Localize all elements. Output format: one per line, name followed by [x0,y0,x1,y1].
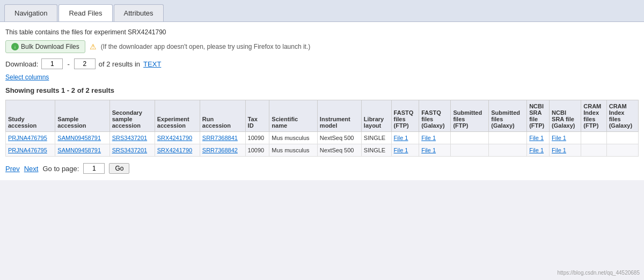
table-header-row: Studyaccession Sampleaccession Secondary… [6,100,639,132]
results-summary: Showing results 1 - 2 of 2 results [5,86,639,94]
table-cell-link[interactable]: PRJNA476795 [8,135,47,141]
select-columns-link[interactable]: Select columns [5,73,49,81]
table-row: PRJNA476795SAMN09458791SRS3437201SRX4241… [6,144,639,157]
col-header-fastq-galaxy: FASTQfiles(Galaxy) [419,100,451,132]
download-format-link[interactable]: TEXT [143,60,161,68]
table-cell-link[interactable]: SRX4241790 [157,147,192,153]
col-header-submitted-ftp: Submittedfiles(FTP) [451,100,489,132]
tab-read-files[interactable]: Read Files [58,4,112,21]
page-input[interactable] [83,163,105,174]
table-cell-link[interactable]: PRJNA476795 [8,147,47,153]
table-cell-link[interactable]: SAMN09458791 [57,147,101,153]
col-header-sample: Sampleaccession [55,100,109,132]
warning-icon: ⚠ [90,42,97,51]
table-cell-link[interactable]: File 1 [529,135,544,141]
table-cell-link[interactable]: SRS3437201 [112,147,147,153]
table-cell-link[interactable]: SRR7368841 [202,135,238,141]
next-link[interactable]: Next [24,165,39,173]
pagination-row: Prev Next Go to page: Go [5,163,639,174]
col-header-cram-galaxy: CRAMIndexfiles(Galaxy) [606,100,638,132]
table-cell-link[interactable]: SRR7368842 [202,147,238,153]
download-row: Download: - of 2 results in TEXT [5,58,639,69]
download-separator: - [67,60,69,68]
table-row: PRJNA476795SAMN09458791SRS3437201SRX4241… [6,132,639,144]
col-header-cram-ftp: CRAMIndexfiles(FTP) [581,100,606,132]
table-cell-link[interactable]: File 1 [529,147,544,153]
table-cell-link[interactable]: File 1 [421,147,436,153]
prev-link[interactable]: Prev [5,165,20,173]
download-label: Download: [5,60,38,68]
table-cell-link[interactable]: File 1 [394,147,408,153]
col-header-taxid: TaxID [245,100,269,132]
col-header-scientific: Scientificname [269,100,318,132]
download-icon: ↓ [11,43,19,50]
col-header-fastq-ftp: FASTQfiles(FTP) [391,100,419,132]
col-header-run: Runaccession [200,100,245,132]
content-area: This table contains the files for experi… [0,21,644,180]
go-to-page-label: Go to page: [42,165,79,173]
warning-text: (If the downloader app doesn't open, ple… [101,43,311,50]
bulk-download-row: ↓ Bulk Download Files ⚠ (If the download… [5,40,639,53]
col-header-ncbi-ftp: NCBISRAfile(FTP) [527,100,550,132]
bulk-download-button[interactable]: ↓ Bulk Download Files [5,40,85,53]
col-header-ncbi-galaxy: NCBISRA file(Galaxy) [550,100,581,132]
table-cell-link[interactable]: File 1 [394,135,408,141]
bulk-download-label: Bulk Download Files [21,43,79,50]
results-table: Studyaccession Sampleaccession Secondary… [5,100,639,157]
col-header-library: Librarylayout [361,100,391,132]
tab-bar: Navigation Read Files Attributes [0,0,644,21]
download-to-input[interactable] [74,58,96,69]
download-suffix: of 2 results in [99,60,140,68]
download-from-input[interactable] [41,58,63,69]
table-cell-link[interactable]: File 1 [421,135,436,141]
table-cell-link[interactable]: File 1 [552,147,566,153]
table-cell-link[interactable]: SRX4241790 [157,135,192,141]
table-cell-link[interactable]: File 1 [552,135,566,141]
experiment-info: This table contains the files for experi… [5,28,639,36]
tab-attributes[interactable]: Attributes [114,4,164,21]
table-cell-link[interactable]: SRS3437201 [112,135,147,141]
tab-navigation[interactable]: Navigation [4,4,57,21]
col-header-study: Studyaccession [6,100,55,132]
table-cell-link[interactable]: SAMN09458791 [57,135,101,141]
col-header-submitted-galaxy: Submittedfiles(Galaxy) [489,100,527,132]
col-header-experiment: Experimentaccession [155,100,200,132]
col-header-instrument: Instrumentmodel [317,100,361,132]
go-button[interactable]: Go [109,163,129,174]
col-header-secondary: Secondarysampleaccession [109,100,155,132]
